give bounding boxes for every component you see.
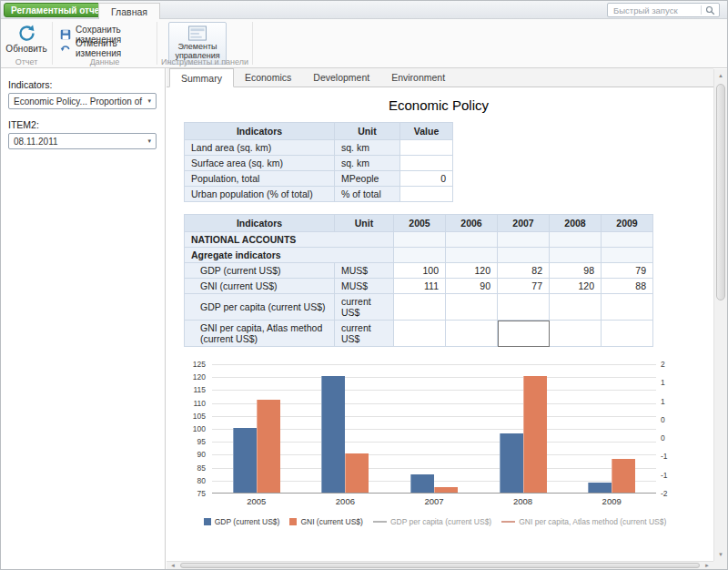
unit-cell: sq. km bbox=[335, 156, 400, 171]
value-cell[interactable] bbox=[446, 321, 498, 347]
section-cell bbox=[550, 248, 602, 263]
y-axis-tick-label: 75 bbox=[197, 489, 206, 498]
section-cell bbox=[498, 232, 550, 248]
y-axis-tick-label-right: -1 bbox=[661, 452, 668, 461]
vertical-scroll-thumb[interactable] bbox=[716, 84, 725, 300]
unit-cell: MUS$ bbox=[335, 263, 394, 279]
bar-gdp-2005 bbox=[233, 428, 257, 493]
y-axis-tick-label: 120 bbox=[193, 372, 206, 382]
value-cell[interactable]: 77 bbox=[498, 279, 550, 294]
scroll-up-arrow[interactable]: ▲ bbox=[714, 69, 727, 82]
horizontal-scroll-thumb[interactable] bbox=[180, 563, 700, 568]
value-cell[interactable] bbox=[550, 294, 602, 321]
vertical-scrollbar[interactable]: ▲ ▼ bbox=[713, 69, 727, 561]
quick-search-input[interactable]: Быстрый запуск bbox=[607, 3, 720, 17]
scrollbar-corner bbox=[713, 561, 727, 569]
bar-gni-2005 bbox=[257, 400, 280, 493]
chevron-down-icon: ▾ bbox=[147, 97, 151, 105]
value-cell[interactable] bbox=[400, 187, 453, 202]
value-cell[interactable]: 120 bbox=[550, 279, 602, 294]
value-cell[interactable]: 88 bbox=[602, 279, 653, 294]
tab-environment[interactable]: Environment bbox=[380, 68, 456, 87]
y-axis-tick-label-right: 0 bbox=[661, 433, 665, 443]
bar-group-2008: 2008 bbox=[500, 376, 547, 493]
search-icon[interactable] bbox=[705, 5, 715, 15]
item2-dropdown[interactable]: 08.11.2011 ▾ bbox=[8, 133, 157, 149]
value-cell[interactable] bbox=[602, 321, 653, 347]
value-cell[interactable] bbox=[498, 294, 550, 321]
item2-label: ITEM2: bbox=[8, 119, 157, 130]
legend-item: GNI per capita, Atlas method (current US… bbox=[501, 517, 666, 526]
refresh-button[interactable]: Обновить bbox=[6, 24, 46, 55]
undo-changes-button[interactable]: Отменить изменения bbox=[60, 38, 157, 58]
y-axis-tick-label: 105 bbox=[193, 412, 206, 421]
bar-gni-2007 bbox=[434, 487, 458, 493]
unit-cell: current US$ bbox=[335, 294, 394, 321]
value-cell[interactable] bbox=[550, 321, 602, 347]
tab-summary[interactable]: Summary bbox=[169, 68, 234, 87]
value-cell[interactable]: 111 bbox=[394, 279, 446, 294]
tab-development[interactable]: Development bbox=[302, 68, 380, 87]
ribbon-tab-home[interactable]: Главная bbox=[98, 3, 160, 20]
report-content: Economic Policy IndicatorsUnitValue Land… bbox=[167, 87, 713, 539]
divider bbox=[701, 5, 702, 15]
table-row: Land area (sq. km)sq. km bbox=[185, 140, 453, 156]
bar-group-2005: 2005 bbox=[233, 400, 280, 493]
bar-gdp-2008 bbox=[500, 433, 523, 493]
section-cell bbox=[602, 232, 653, 248]
x-axis-label: 2009 bbox=[602, 496, 622, 506]
column-header: Indicators bbox=[185, 123, 335, 140]
table-header-row: IndicatorsUnitValue bbox=[185, 123, 453, 140]
value-cell[interactable]: 100 bbox=[394, 263, 446, 279]
legend-square-marker bbox=[204, 518, 211, 525]
value-cell[interactable]: 82 bbox=[498, 263, 550, 279]
horizontal-scrollbar[interactable]: ◄ ► bbox=[167, 561, 713, 569]
y-axis-tick-label-right: -2 bbox=[661, 489, 668, 498]
bar-chart: 1251201151101051009590858075 20052006200… bbox=[184, 361, 681, 539]
value-cell[interactable] bbox=[400, 156, 453, 171]
section-cell bbox=[602, 248, 653, 263]
value-cell[interactable]: 98 bbox=[550, 263, 602, 279]
legend-item: GDP (current US$) bbox=[204, 517, 280, 526]
indicator-cell: Surface area (sq. km) bbox=[185, 156, 335, 171]
refresh-icon bbox=[17, 24, 36, 43]
table-row: GDP per capita (current US$)current US$ bbox=[185, 294, 653, 321]
indicator-cell: Urban population (% of total) bbox=[185, 187, 335, 202]
scroll-right-arrow[interactable]: ► bbox=[701, 562, 713, 569]
scroll-down-arrow[interactable]: ▼ bbox=[714, 548, 727, 561]
column-header: 2006 bbox=[446, 215, 498, 232]
application-window: Регламентный отчет ▾ Главная Быстрый зап… bbox=[0, 0, 728, 570]
title-bar: Регламентный отчет ▾ Главная Быстрый зап… bbox=[1, 1, 727, 19]
undo-icon bbox=[60, 43, 71, 54]
search-placeholder: Быстрый запуск bbox=[613, 5, 697, 15]
ribbon-group-tools: Элементы управления Инструменты и панели bbox=[157, 19, 252, 67]
selected-cell[interactable] bbox=[498, 321, 550, 347]
legend-label: GDP per capita (current US$) bbox=[390, 517, 491, 526]
value-cell[interactable]: 79 bbox=[602, 263, 653, 279]
value-cell[interactable] bbox=[602, 294, 653, 321]
indicators-dropdown[interactable]: Economic Policy... Proportion of s... (1… bbox=[8, 93, 157, 109]
section-cell bbox=[446, 248, 498, 263]
tab-economics[interactable]: Economics bbox=[234, 68, 302, 87]
bar-group-2006: 2006 bbox=[321, 376, 369, 493]
section-label-cell: Agregate indicators bbox=[185, 248, 394, 263]
value-cell[interactable] bbox=[400, 140, 453, 156]
indicators-dropdown-value: Economic Policy... Proportion of s... (1 bbox=[14, 97, 144, 107]
column-header: Unit bbox=[335, 123, 400, 140]
table-row: GNI per capita, Atlas method (current US… bbox=[185, 321, 653, 347]
value-cell[interactable] bbox=[446, 294, 498, 321]
value-cell[interactable]: 0 bbox=[400, 171, 453, 187]
legend-item: GDP per capita (current US$) bbox=[373, 517, 491, 526]
ribbon-group-label: Инструменты и панели bbox=[157, 57, 252, 66]
y-axis-tick-label-right: 2 bbox=[661, 360, 665, 369]
value-cell[interactable]: 90 bbox=[446, 279, 498, 294]
chart-legend: GDP (current US$)GNI (current US$)GDP pe… bbox=[171, 517, 699, 526]
scroll-left-arrow[interactable]: ◄ bbox=[167, 562, 179, 569]
controls-panel-icon bbox=[187, 25, 207, 41]
chevron-down-icon: ▾ bbox=[147, 137, 151, 145]
bar-gdp-2007 bbox=[410, 474, 434, 493]
value-cell[interactable] bbox=[394, 294, 446, 321]
value-cell[interactable] bbox=[394, 321, 446, 347]
page-title: Economic Policy bbox=[184, 97, 693, 113]
value-cell[interactable]: 120 bbox=[446, 263, 498, 279]
